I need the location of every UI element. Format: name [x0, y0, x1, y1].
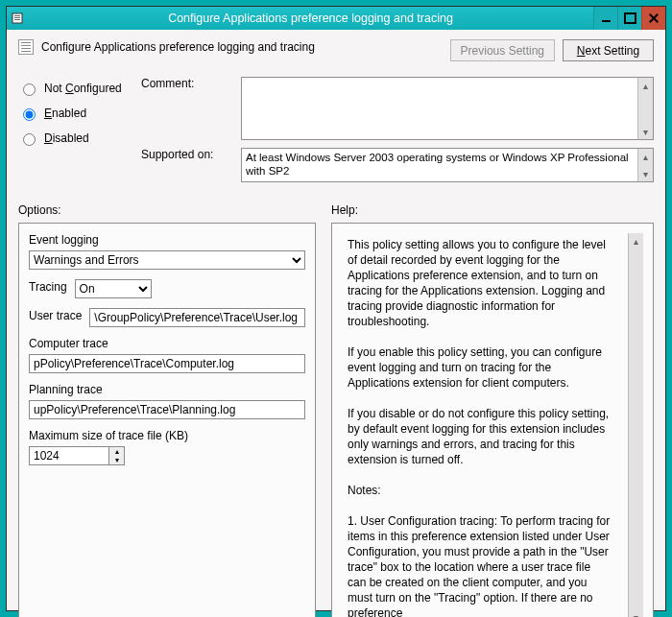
supported-textbox: At least Windows Server 2003 operating s…	[241, 148, 654, 182]
close-button[interactable]	[641, 7, 665, 30]
state-radios: Not Configured Enabled Disabled	[18, 77, 133, 190]
comment-scrollbar[interactable]: ▴▾	[637, 78, 653, 139]
state-grid: Not Configured Enabled Disabled Comment:…	[18, 77, 654, 190]
scroll-down-icon[interactable]: ▾	[638, 124, 653, 139]
maximize-button[interactable]	[617, 7, 641, 30]
options-section-label: Options:	[18, 203, 316, 217]
supported-scrollbar[interactable]: ▴▾	[637, 149, 653, 181]
radio-enabled[interactable]: Enabled	[18, 106, 133, 121]
options-panel: Event logging Warnings and Errors Tracin…	[18, 223, 316, 617]
scroll-up-icon[interactable]: ▴	[638, 149, 653, 164]
max-size-input[interactable]	[29, 446, 109, 465]
dialog-body: Configure Applications preference loggin…	[7, 30, 665, 617]
next-setting-button[interactable]: Next Setting	[563, 39, 654, 61]
spin-down-icon[interactable]: ▾	[109, 456, 124, 464]
spin-up-icon[interactable]: ▴	[109, 447, 124, 456]
policy-title: Configure Applications preference loggin…	[41, 40, 315, 54]
comment-label: Comment:	[141, 77, 233, 140]
spin-buttons[interactable]: ▴ ▾	[109, 446, 125, 465]
window-title: Configure Applications preference loggin…	[28, 7, 593, 30]
tracing-select[interactable]: On	[75, 279, 152, 298]
scroll-up-icon[interactable]: ▴	[629, 233, 643, 249]
app-icon	[7, 7, 28, 30]
planning-trace-label: Planning trace	[29, 383, 305, 396]
previous-setting-button[interactable]: Previous Setting	[450, 39, 555, 61]
scroll-up-icon[interactable]: ▴	[638, 78, 653, 93]
event-logging-select[interactable]: Warnings and Errors	[29, 250, 305, 270]
minimize-button[interactable]	[593, 7, 617, 30]
radio-not-configured-input[interactable]	[23, 83, 36, 96]
svg-rect-1	[14, 15, 20, 16]
radio-enabled-input[interactable]	[23, 108, 36, 121]
svg-rect-3	[14, 19, 20, 20]
tracing-label: Tracing	[29, 280, 67, 294]
radio-disabled-label: Disabled	[44, 131, 89, 145]
radio-disabled-input[interactable]	[23, 133, 36, 146]
help-section-label: Help:	[331, 203, 654, 217]
dialog-window: Configure Applications preference loggin…	[6, 6, 666, 611]
help-scrollbar[interactable]: ▴▾	[628, 233, 643, 617]
event-logging-label: Event logging	[29, 233, 305, 247]
supported-label: Supported on:	[141, 148, 233, 182]
computer-trace-label: Computer trace	[29, 337, 305, 350]
help-panel: This policy setting allows you to config…	[331, 223, 654, 617]
scroll-down-icon[interactable]: ▾	[638, 166, 653, 181]
tracing-row: Tracing On	[29, 279, 305, 298]
user-trace-label: User trace	[29, 309, 82, 322]
radio-not-configured-label: Not Configured	[44, 82, 122, 95]
titlebar[interactable]: Configure Applications preference loggin…	[7, 7, 665, 30]
computer-trace-input[interactable]	[29, 354, 305, 373]
header-left: Configure Applications preference loggin…	[18, 39, 315, 55]
scroll-down-icon[interactable]: ▾	[629, 609, 643, 617]
max-size-spinner[interactable]: ▴ ▾	[29, 446, 305, 465]
supported-value: At least Windows Server 2003 operating s…	[246, 151, 636, 179]
header-row: Configure Applications preference loggin…	[18, 39, 654, 61]
svg-rect-2	[14, 17, 20, 18]
policy-icon	[18, 39, 34, 55]
max-size-label: Maximum size of trace file (KB)	[29, 429, 305, 442]
section-labels: Options: Help:	[18, 203, 654, 217]
radio-not-configured[interactable]: Not Configured	[18, 81, 133, 96]
help-text: This policy setting allows you to config…	[342, 233, 628, 617]
user-trace-input[interactable]	[89, 308, 305, 327]
planning-trace-input[interactable]	[29, 400, 305, 419]
comment-textbox[interactable]: ▴▾	[241, 77, 654, 140]
next-rest: ext Setting	[585, 44, 639, 58]
comment-value	[246, 80, 636, 137]
radio-disabled[interactable]: Disabled	[18, 131, 133, 146]
header-buttons: Previous Setting Next Setting	[450, 39, 654, 61]
panels: Event logging Warnings and Errors Tracin…	[18, 223, 654, 617]
user-trace-row: User trace	[29, 308, 305, 327]
radio-enabled-label: Enabled	[44, 107, 86, 120]
